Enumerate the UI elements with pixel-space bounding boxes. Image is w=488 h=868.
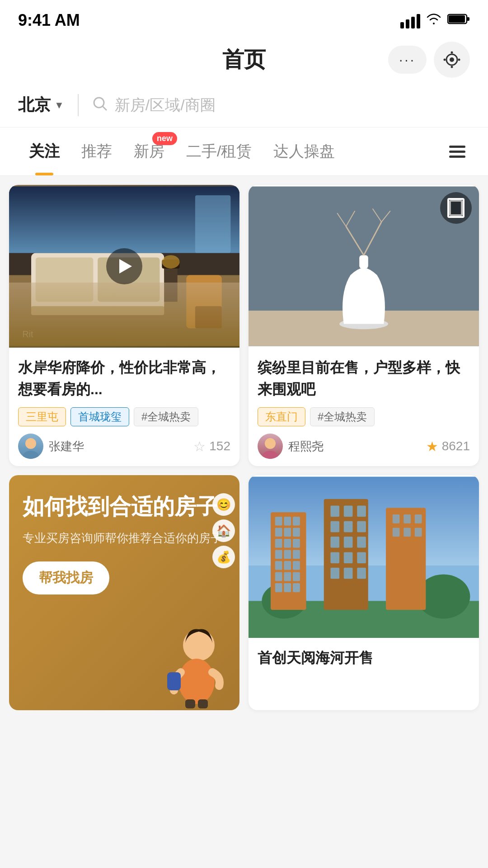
ad-card[interactable]: 如何找到合适的房子 专业买房咨询师帮你推荐合适你的房子 帮我找房 😊 🏠 💰 xyxy=(9,475,239,710)
nav-tabs: 关注 推荐 新房 new 二手/租赁 达人操盘 xyxy=(0,127,488,176)
card-2-image xyxy=(249,185,479,348)
svg-rect-81 xyxy=(330,552,339,563)
scan-button[interactable] xyxy=(434,42,470,78)
svg-point-18 xyxy=(162,255,179,268)
svg-rect-84 xyxy=(330,568,339,579)
card-1-author-name: 张建华 xyxy=(49,439,84,454)
search-icon xyxy=(92,96,108,115)
svg-rect-65 xyxy=(275,572,282,581)
tab-ershou[interactable]: 二手/租赁 xyxy=(175,127,263,175)
svg-rect-88 xyxy=(393,514,400,524)
copy-button[interactable] xyxy=(440,192,472,224)
card-1-likes: ☆ 152 xyxy=(193,439,230,454)
svg-rect-2 xyxy=(467,17,469,21)
new-badge: new xyxy=(152,132,177,145)
card-1-tag-2: #全城热卖 xyxy=(134,407,198,426)
svg-rect-78 xyxy=(330,537,339,548)
svg-rect-76 xyxy=(344,521,353,533)
emoji-bubble-2: 🏠 xyxy=(212,519,235,542)
svg-rect-82 xyxy=(344,552,353,563)
svg-rect-85 xyxy=(344,568,353,579)
svg-rect-83 xyxy=(357,552,366,563)
content-grid: Rit 水岸华府降价，性价比非常高，想要看房的... 三里屯 首城珑玺 #全城热… xyxy=(0,176,488,719)
svg-rect-63 xyxy=(284,561,291,570)
ad-emoji-bubbles: 😊 🏠 💰 xyxy=(212,493,235,568)
status-time: 9:41 AM xyxy=(18,11,80,30)
emoji-bubble-3: 💰 xyxy=(212,546,235,568)
svg-rect-14 xyxy=(36,257,94,302)
card-2-avatar xyxy=(258,434,283,459)
building-card[interactable]: 首创天阅海河开售 xyxy=(249,475,479,710)
svg-rect-61 xyxy=(293,550,300,559)
building-card-content: 首创天阅海河开售 xyxy=(249,638,479,683)
card-1-tag-0[interactable]: 三里屯 xyxy=(18,407,66,426)
svg-point-6 xyxy=(451,66,453,68)
ad-btn[interactable]: 帮我找房 xyxy=(23,561,109,594)
svg-rect-57 xyxy=(284,539,291,548)
svg-rect-20 xyxy=(186,275,221,329)
svg-rect-64 xyxy=(293,561,300,570)
status-icons xyxy=(400,12,470,28)
card-1-image: Rit xyxy=(9,185,239,348)
card-1-title: 水岸华府降价，性价比非常高，想要看房的... xyxy=(18,357,230,400)
svg-rect-23 xyxy=(195,195,230,253)
emoji-bubble-1: 😊 xyxy=(212,493,235,516)
svg-rect-1 xyxy=(449,15,465,23)
svg-rect-42 xyxy=(185,699,195,708)
search-placeholder: 新房/区域/商圈 xyxy=(115,95,216,116)
tab-xinfang[interactable]: 新房 new xyxy=(123,127,175,175)
tab-daren[interactable]: 达人操盘 xyxy=(263,127,346,175)
city-selector[interactable]: 北京 ▼ xyxy=(18,94,79,116)
play-button[interactable] xyxy=(106,248,142,284)
svg-rect-21 xyxy=(195,306,222,328)
card-1-tags: 三里屯 首城珑玺 #全城热卖 xyxy=(18,407,230,426)
card-2-title: 缤纷里目前在售，户型多样，快来围观吧 xyxy=(258,357,470,400)
more-button[interactable]: ··· xyxy=(388,46,427,74)
svg-rect-12 xyxy=(9,275,239,346)
svg-point-4 xyxy=(450,57,454,62)
svg-rect-75 xyxy=(330,521,339,533)
svg-rect-50 xyxy=(275,517,282,526)
tab-guanzhu[interactable]: 关注 xyxy=(18,127,70,175)
svg-point-40 xyxy=(178,659,215,704)
search-input-area[interactable]: 新房/区域/商圈 xyxy=(79,95,470,116)
svg-text:Rit: Rit xyxy=(22,329,33,339)
svg-rect-90 xyxy=(415,514,422,524)
ad-illustration xyxy=(154,618,226,710)
card-1-footer: 张建华 ☆ 152 xyxy=(18,434,230,459)
status-bar: 9:41 AM xyxy=(0,0,488,36)
star-filled-icon: ★ xyxy=(426,439,438,454)
tab-tuijian[interactable]: 推荐 xyxy=(70,127,123,175)
svg-rect-19 xyxy=(31,306,164,315)
card-1[interactable]: Rit 水岸华府降价，性价比非常高，想要看房的... 三里屯 首城珑玺 #全城热… xyxy=(9,185,239,466)
copy-icon xyxy=(449,200,463,216)
card-1-tag-1[interactable]: 首城珑玺 xyxy=(70,407,129,426)
svg-rect-91 xyxy=(393,528,400,537)
svg-rect-43 xyxy=(198,699,208,708)
ad-title: 如何找到合适的房子 xyxy=(23,491,226,522)
card-1-author: 张建华 xyxy=(18,434,84,459)
header-actions: ··· xyxy=(388,42,470,78)
card-2-author: 程熙尧 xyxy=(258,434,324,459)
svg-rect-67 xyxy=(293,572,300,581)
svg-rect-54 xyxy=(284,528,291,537)
svg-point-26 xyxy=(23,451,39,459)
ad-card-content: 如何找到合适的房子 专业买房咨询师帮你推荐合适你的房子 帮我找房 xyxy=(23,491,226,594)
signal-icon xyxy=(400,12,420,28)
svg-rect-93 xyxy=(415,528,422,537)
svg-rect-74 xyxy=(357,505,366,517)
svg-rect-68 xyxy=(275,583,282,592)
svg-rect-53 xyxy=(275,528,282,537)
card-2-tag-0[interactable]: 东直门 xyxy=(258,407,305,426)
tab-more-button[interactable] xyxy=(445,135,470,169)
svg-rect-59 xyxy=(275,550,282,559)
search-bar: 北京 ▼ 新房/区域/商圈 xyxy=(0,85,488,127)
card-2[interactable]: 缤纷里目前在售，户型多样，快来围观吧 东直门 #全城热卖 程熙尧 ★ xyxy=(249,185,479,466)
card-1-avatar xyxy=(18,434,43,459)
svg-rect-70 xyxy=(293,583,300,592)
svg-line-10 xyxy=(103,106,106,110)
card-2-author-name: 程熙尧 xyxy=(288,439,324,454)
svg-rect-80 xyxy=(357,537,366,548)
hamburger-icon xyxy=(449,146,465,158)
svg-rect-55 xyxy=(293,528,300,537)
